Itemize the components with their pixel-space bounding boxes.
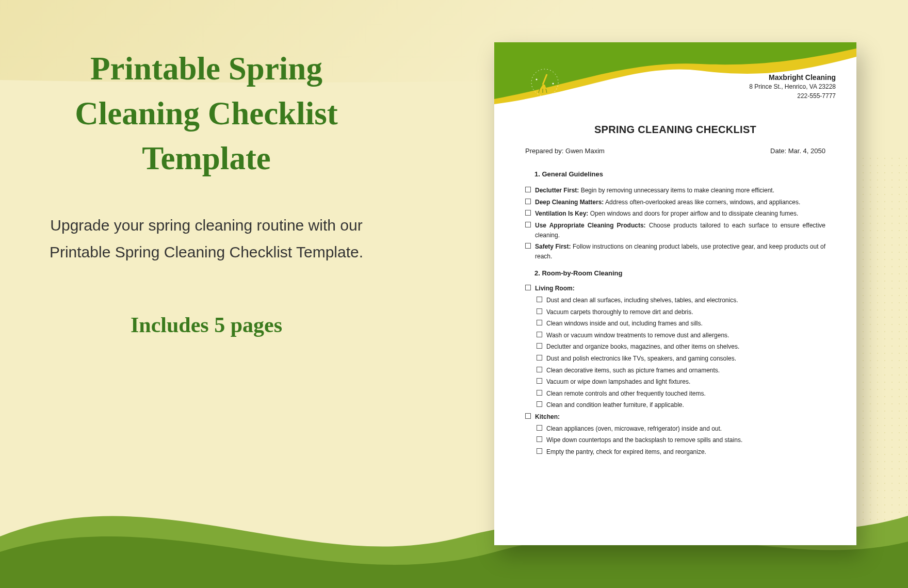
document-preview: Maxbright Cleaning 8 Prince St., Henrico… — [494, 42, 856, 545]
checkbox-icon — [537, 367, 542, 372]
checkbox-icon — [537, 297, 542, 302]
promo-block: Printable Spring Cleaning Checklist Temp… — [49, 46, 364, 337]
doc-title: SPRING CLEANING CHECKLIST — [494, 124, 856, 136]
doc-header: Maxbright Cleaning 8 Prince St., Henrico… — [494, 42, 856, 120]
checkbox-icon — [537, 390, 542, 396]
checkbox-icon — [537, 436, 542, 442]
checklist-item: Deep Cleaning Matters: Address often-ove… — [525, 198, 825, 207]
checklist-item: Declutter and organize books, magazines,… — [537, 342, 825, 352]
svg-point-5 — [536, 79, 538, 80]
checkbox-icon — [537, 332, 542, 337]
checkbox-icon — [537, 448, 542, 454]
checkbox-icon — [537, 378, 542, 384]
company-phone: 222-555-7777 — [749, 92, 836, 101]
checklist-item: Ventilation Is Key: Open windows and doo… — [525, 209, 825, 219]
checkbox-icon — [525, 210, 531, 216]
company-block: Maxbright Cleaning 8 Prince St., Henrico… — [749, 72, 836, 101]
kitchen-list: Clean appliances (oven, microwave, refri… — [525, 424, 825, 457]
checkbox-icon — [525, 222, 531, 227]
checkbox-icon — [537, 320, 542, 325]
section-2-heading: 2. Room-by-Room Cleaning — [534, 268, 825, 279]
living-room-list: Dust and clean all surfaces, including s… — [525, 296, 825, 410]
checklist-item: Vacuum or wipe down lampshades and light… — [537, 377, 825, 387]
checklist-item: Dust and polish electronics like TVs, sp… — [537, 354, 825, 364]
checkbox-icon — [537, 401, 542, 407]
checkbox-icon — [525, 285, 531, 290]
checklist-item: Use Appropriate Cleaning Products: Choos… — [525, 221, 825, 240]
company-name: Maxbright Cleaning — [749, 72, 836, 83]
checklist-item: Clean appliances (oven, microwave, refri… — [537, 424, 825, 434]
checklist-item: Clean decorative items, such as picture … — [537, 366, 825, 375]
kitchen-heading: Kitchen: — [525, 412, 825, 422]
living-room-heading: Living Room: — [525, 284, 825, 293]
section-1-heading: 1. General Guidelines — [534, 169, 825, 179]
checkbox-icon — [525, 199, 531, 204]
checkbox-icon — [537, 308, 542, 314]
promo-pages: Includes 5 pages — [49, 313, 364, 337]
checklist-item: Empty the pantry, check for expired item… — [537, 447, 825, 457]
doc-meta: Prepared by: Gwen Maxim Date: Mar. 4, 20… — [494, 136, 856, 160]
broom-icon — [530, 68, 559, 97]
checklist-item: Safety First: Follow instructions on cle… — [525, 242, 825, 261]
promo-description: Upgrade your spring cleaning routine wit… — [49, 212, 364, 266]
prepared-by: Prepared by: Gwen Maxim — [525, 147, 605, 155]
checklist-item: Vacuum carpets thoroughly to remove dirt… — [537, 307, 825, 317]
checklist-item: Clean remote controls and other frequent… — [537, 389, 825, 399]
checklist-item: Clean windows inside and out, including … — [537, 319, 825, 329]
svg-point-6 — [553, 83, 554, 85]
company-address: 8 Prince St., Henrico, VA 23228 — [749, 83, 836, 91]
checklist-item: Wash or vacuum window treatments to remo… — [537, 331, 825, 340]
checkbox-icon — [525, 243, 531, 249]
checkbox-icon — [525, 187, 531, 192]
checkbox-icon — [525, 413, 531, 419]
promo-title: Printable Spring Cleaning Checklist Temp… — [49, 46, 364, 181]
checkbox-icon — [537, 425, 542, 431]
checklist-item: Declutter First: Begin by removing unnec… — [525, 186, 825, 195]
doc-date: Date: Mar. 4, 2050 — [770, 147, 825, 155]
checklist-item: Wipe down countertops and the backsplash… — [537, 435, 825, 445]
checkbox-icon — [537, 343, 542, 349]
checklist-item: Dust and clean all surfaces, including s… — [537, 296, 825, 305]
doc-body: 1. General Guidelines Declutter First: B… — [494, 160, 856, 456]
svg-line-1 — [543, 74, 547, 85]
guidelines-list: Declutter First: Begin by removing unnec… — [525, 186, 825, 261]
checkbox-icon — [537, 355, 542, 361]
checklist-item: Clean and condition leather furniture, i… — [537, 400, 825, 410]
